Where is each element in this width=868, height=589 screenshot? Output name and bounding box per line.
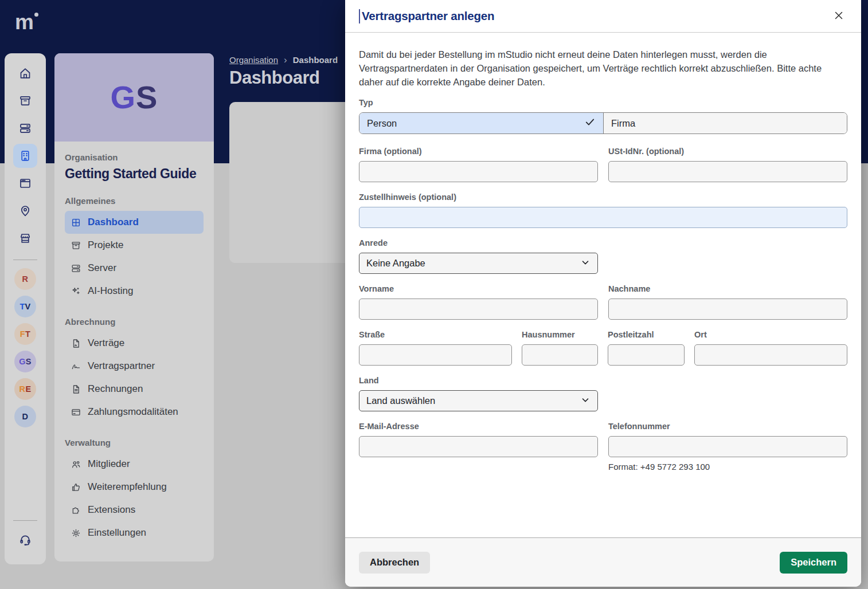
sparkles-icon	[71, 286, 81, 297]
close-x-icon	[832, 9, 845, 22]
person-option-label: Person	[367, 118, 397, 129]
chevron-right-icon: ›	[284, 55, 287, 65]
avatar-d[interactable]: D	[14, 406, 36, 427]
sidebar-item-dashboard[interactable]: Dashboard	[65, 211, 204, 234]
ort-input[interactable]	[694, 344, 847, 366]
sidebar-item-label: Server	[88, 262, 116, 274]
avatar-letter-g: G	[111, 81, 136, 113]
vorname-label: Vorname	[359, 284, 598, 293]
rail-divider	[13, 260, 37, 260]
postleitzahl-input[interactable]	[608, 344, 685, 366]
signature-icon	[71, 361, 81, 372]
land-label: Land	[359, 376, 847, 385]
nachname-label: Nachname	[608, 284, 847, 293]
avatar-ft[interactable]: FT	[14, 323, 36, 345]
zustellhinweis-input[interactable]	[359, 207, 847, 228]
avatar-letter-s: S	[136, 81, 158, 113]
land-selected-value: Land auswählen	[366, 395, 435, 406]
anrede-select[interactable]: Keine Angabe	[359, 253, 598, 274]
rail-locations-pin-button[interactable]	[13, 199, 37, 223]
sidebar-item-rechnungen[interactable]: Rechnungen	[65, 378, 204, 400]
chevron-down-icon	[580, 257, 591, 268]
page-title: Dashboard	[229, 68, 319, 88]
breadcrumb-organisation[interactable]: Organisation	[229, 55, 278, 65]
avatar-letter: R	[22, 274, 29, 284]
dashboard-card	[229, 102, 351, 263]
land-select[interactable]: Land auswählen	[359, 390, 598, 411]
avatar-letter: S	[26, 357, 32, 366]
avatar-tv[interactable]: TV	[14, 296, 36, 317]
rail-domains-browser-button[interactable]	[13, 171, 37, 195]
sidebar-item-zahlungsmodalitäten[interactable]: Zahlungsmodalitäten	[65, 400, 204, 423]
telefon-format-hint: Format: +49 5772 293 100	[608, 462, 847, 472]
rail-server-button[interactable]	[13, 116, 37, 140]
rail-avatar-list: RTVFTGSRED	[14, 268, 36, 433]
avatar-letter: D	[22, 412, 29, 421]
save-button[interactable]: Speichern	[780, 552, 847, 574]
section-label-abrechnung: Abrechnung	[65, 317, 204, 327]
modal-body: Damit du bei jeder Bestellung im mStudio…	[345, 33, 861, 537]
sidebar-item-extensions[interactable]: Extensions	[65, 498, 204, 521]
thumbs-up-icon	[71, 482, 81, 493]
modal-title: Vertragspartner anlegen	[362, 9, 494, 23]
type-segmented-control: Person Firma	[359, 112, 847, 134]
type-option-person[interactable]: Person	[359, 113, 603, 133]
anrede-selected-value: Keine Angabe	[366, 258, 425, 269]
text-caret	[359, 9, 360, 23]
sidebar-item-label: Extensions	[88, 504, 135, 516]
sidebar-item-verträge[interactable]: Verträge	[65, 332, 204, 355]
avatar-r[interactable]: R	[14, 268, 36, 290]
rail-projects-box-button[interactable]	[13, 89, 37, 113]
breadcrumb: Organisation › Dashboard	[229, 55, 338, 65]
logo-m: m	[15, 10, 33, 34]
organisation-sidebar: GS Organisation Getting Started Guide Al…	[54, 53, 214, 561]
avatar-letter: E	[25, 384, 31, 394]
hausnummer-label: Hausnummer	[522, 330, 598, 339]
support-button[interactable]	[13, 528, 37, 552]
mittwald-logo[interactable]: m	[15, 11, 33, 33]
sidebar-item-einstellungen[interactable]: Einstellungen	[65, 521, 204, 544]
close-icon[interactable]	[830, 7, 847, 26]
members-icon	[71, 459, 81, 470]
server-icon	[18, 121, 32, 135]
puzzle-icon	[71, 505, 81, 516]
postleitzahl-label: Postleitzahl	[608, 330, 685, 339]
sidebar-item-ai-hosting[interactable]: AI-Hosting	[65, 280, 204, 303]
sidebar-item-weiterempfehlung[interactable]: Weiterempfehlung	[65, 476, 204, 498]
sidebar-item-mitglieder[interactable]: Mitglieder	[65, 453, 204, 476]
rail-divider	[13, 520, 37, 521]
sidebar-item-server[interactable]: Server	[65, 257, 204, 280]
rail-home-button[interactable]	[13, 61, 37, 85]
cancel-button[interactable]: Abbrechen	[359, 552, 430, 574]
telefon-input[interactable]	[608, 436, 847, 457]
sidebar-item-label: Zahlungsmodalitäten	[88, 406, 178, 418]
ust-idnr-label: USt-IdNr. (optional)	[608, 147, 847, 156]
email-input[interactable]	[359, 436, 598, 457]
hausnummer-input[interactable]	[522, 344, 598, 366]
email-label: E-Mail-Adresse	[359, 422, 598, 431]
logo-dot	[34, 13, 38, 17]
firma-option-label: Firma	[611, 118, 635, 129]
avatar-re[interactable]: RE	[14, 378, 36, 400]
sidebar-item-projekte[interactable]: Projekte	[65, 234, 204, 257]
type-option-firma[interactable]: Firma	[603, 113, 847, 133]
firma-input[interactable]	[359, 161, 598, 182]
rail-marketplace-store-button[interactable]	[13, 226, 37, 250]
locations-pin-icon	[18, 204, 32, 218]
vorname-input[interactable]	[359, 299, 598, 320]
sidebar-item-label: Weiterempfehlung	[88, 481, 167, 493]
section-label-verwaltung: Verwaltung	[65, 438, 204, 447]
sidebar-item-vertragspartner[interactable]: Vertragspartner	[65, 355, 204, 378]
anrede-label: Anrede	[359, 238, 847, 248]
sidebar-item-label: Mitglieder	[88, 458, 130, 470]
organisation-title: Getting Started Guide	[65, 166, 204, 182]
sidebar-item-label: Projekte	[88, 239, 123, 251]
avatar-gs[interactable]: GS	[14, 351, 36, 372]
rail-organisation-building-button[interactable]	[13, 144, 37, 168]
zustellhinweis-label: Zustellhinweis (optional)	[359, 193, 847, 202]
nachname-input[interactable]	[608, 299, 847, 320]
typ-label: Typ	[359, 98, 847, 107]
breadcrumb-dashboard: Dashboard	[293, 55, 338, 65]
strasse-input[interactable]	[359, 344, 512, 366]
ust-idnr-input[interactable]	[608, 161, 847, 182]
